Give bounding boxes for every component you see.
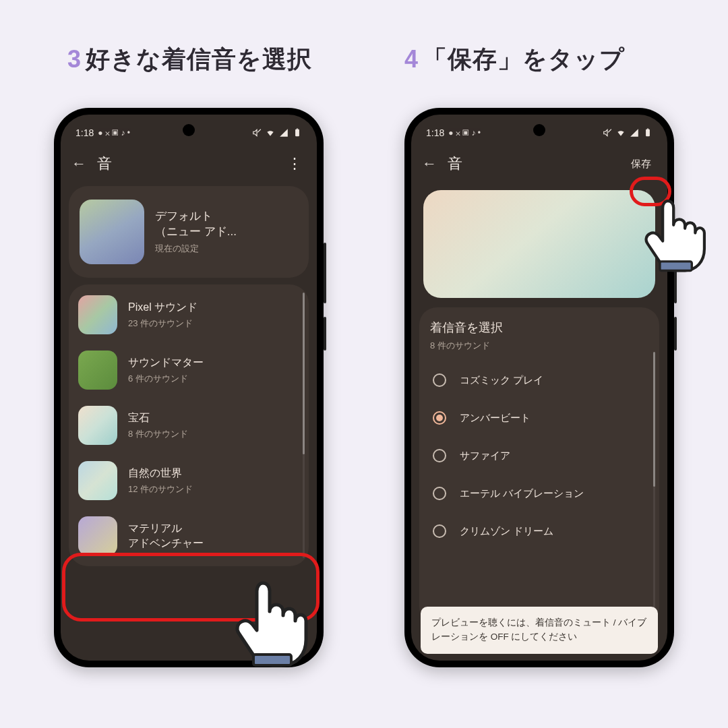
sound-title: 自然の世界 <box>128 466 193 481</box>
hw-button <box>674 243 677 303</box>
step-heading-3: 3好きな着信音を選択 <box>67 43 312 76</box>
snackbar: プレビューを聴くには、着信音のミュート / バイブレーションを OFF にしてく… <box>421 607 658 654</box>
sound-category-item[interactable]: Pixel サウンド23 件のサウンド <box>69 287 309 342</box>
sound-title: 宝石 <box>128 411 188 425</box>
status-time: 1:18 <box>426 127 444 138</box>
status-notification-icons: ● ⨉ ▣ ♪ • <box>98 128 130 138</box>
hw-button <box>324 243 326 303</box>
screen: 1:18 ● ⨉ ▣ ♪ • ← 音 ⋮ <box>61 115 317 661</box>
sound-swatch <box>78 461 117 500</box>
ringtone-panel: 着信音を選択 8 件のサウンド コズミック プレイアンバービートサファイアエーテ… <box>419 307 659 624</box>
sound-title: サウンドマター <box>128 355 204 370</box>
scrollbar-thumb[interactable] <box>653 352 655 487</box>
svg-line-3 <box>608 129 611 133</box>
ringtone-option[interactable]: クリムゾン ドリーム <box>430 512 648 550</box>
snackbar-text: プレビューを聴くには、着信音のミュート / バイブレーションを OFF にしてく… <box>431 617 646 642</box>
sound-subtitle: 8 件のサウンド <box>128 428 188 440</box>
ringtone-label: コズミック プレイ <box>460 374 543 387</box>
svg-rect-5 <box>647 129 648 129</box>
battery-icon <box>293 128 302 138</box>
ringtone-label: クリムゾン ドリーム <box>460 525 553 538</box>
camera-punch-hole <box>183 124 195 136</box>
sound-swatch <box>78 516 117 555</box>
signal-icon <box>279 128 289 138</box>
sound-title: デフォルト （ニュー アド... <box>155 209 237 240</box>
sound-subtitle: 23 件のサウンド <box>128 317 198 330</box>
ringtone-option[interactable]: サファイア <box>430 437 648 475</box>
sound-preview-art <box>423 190 655 298</box>
sound-swatch <box>80 200 144 264</box>
radio-button-icon <box>433 411 446 425</box>
sound-swatch <box>78 351 117 390</box>
sound-category-item[interactable]: 宝石8 件のサウンド <box>69 398 309 453</box>
signal-icon <box>630 128 639 138</box>
phone-frame-left: 1:18 ● ⨉ ▣ ♪ • ← 音 ⋮ <box>54 108 324 667</box>
step-number: 3 <box>67 45 82 73</box>
status-time: 1:18 <box>75 127 94 138</box>
back-button[interactable]: ← <box>71 155 86 173</box>
radio-button-icon <box>433 373 446 387</box>
ringtone-label: サファイア <box>460 450 510 462</box>
svg-rect-1 <box>295 129 299 137</box>
content-area: デフォルト （ニュー アド... 現在の設定 Pixel サウンド23 件のサウ… <box>61 186 317 659</box>
sound-category-item[interactable]: マテリアル アドベンチャー <box>69 508 309 564</box>
scrollbar-thumb[interactable] <box>303 293 305 454</box>
radio-button-icon <box>433 449 446 462</box>
radio-button-icon <box>433 487 446 500</box>
app-bar: ← 音 保存 <box>411 144 667 186</box>
wifi-icon <box>616 128 626 138</box>
ringtone-option[interactable]: エーテル バイブレーション <box>430 475 648 512</box>
step-number: 4 <box>404 45 419 73</box>
sound-swatch <box>78 295 117 334</box>
ringtone-label: アンバービート <box>460 412 530 425</box>
sound-title: Pixel サウンド <box>128 300 198 315</box>
sound-subtitle: 現在の設定 <box>155 243 237 255</box>
wifi-icon <box>266 128 275 138</box>
hw-button <box>324 317 326 351</box>
sound-subtitle: 12 件のサウンド <box>128 483 193 495</box>
sound-subtitle: 6 件のサウンド <box>128 373 204 385</box>
screen: 1:18 ● ⨉ ▣ ♪ • ← 音 保存 着信音を選択 <box>411 115 667 661</box>
sound-title: マテリアル アドベンチャー <box>128 521 204 550</box>
app-bar: ← 音 ⋮ <box>61 144 317 186</box>
sound-category-item[interactable]: 自然の世界12 件のサウンド <box>69 453 309 508</box>
default-sound-card[interactable]: デフォルト （ニュー アド... 現在の設定 <box>69 186 309 278</box>
status-right-icons <box>603 128 653 138</box>
hw-button <box>674 317 677 351</box>
svg-rect-4 <box>646 129 650 137</box>
step-text: 「保存」をタップ <box>423 45 625 73</box>
sound-category-list: Pixel サウンド23 件のサウンドサウンドマター6 件のサウンド宝石8 件の… <box>69 284 309 566</box>
panel-title: 着信音を選択 <box>430 320 648 336</box>
back-button[interactable]: ← <box>422 155 437 173</box>
svg-line-0 <box>257 129 261 133</box>
step-heading-4: 4「保存」をタップ <box>404 43 625 76</box>
appbar-title: 音 <box>97 154 272 174</box>
content-area: 着信音を選択 8 件のサウンド コズミック プレイアンバービートサファイアエーテ… <box>411 186 667 659</box>
overflow-menu-button[interactable]: ⋮ <box>283 155 306 173</box>
ringtone-option[interactable]: アンバービート <box>430 399 648 437</box>
svg-rect-2 <box>297 129 298 129</box>
phone-frame-right: 1:18 ● ⨉ ▣ ♪ • ← 音 保存 着信音を選択 <box>404 108 674 667</box>
appbar-title: 音 <box>448 154 615 174</box>
sound-category-item[interactable]: サウンドマター6 件のサウンド <box>69 342 309 398</box>
ringtone-option[interactable]: コズミック プレイ <box>430 361 648 399</box>
status-right-icons <box>252 128 302 138</box>
step-text: 好きな着信音を選択 <box>86 45 312 73</box>
battery-icon <box>643 128 653 138</box>
mute-icon <box>603 128 612 138</box>
save-button[interactable]: 保存 <box>626 155 657 173</box>
panel-subtitle: 8 件のサウンド <box>430 340 648 352</box>
radio-button-icon <box>433 524 446 538</box>
mute-icon <box>252 128 262 138</box>
camera-punch-hole <box>533 124 545 136</box>
sound-swatch <box>78 406 117 445</box>
status-notification-icons: ● ⨉ ▣ ♪ • <box>448 128 481 138</box>
ringtone-label: エーテル バイブレーション <box>460 487 584 500</box>
